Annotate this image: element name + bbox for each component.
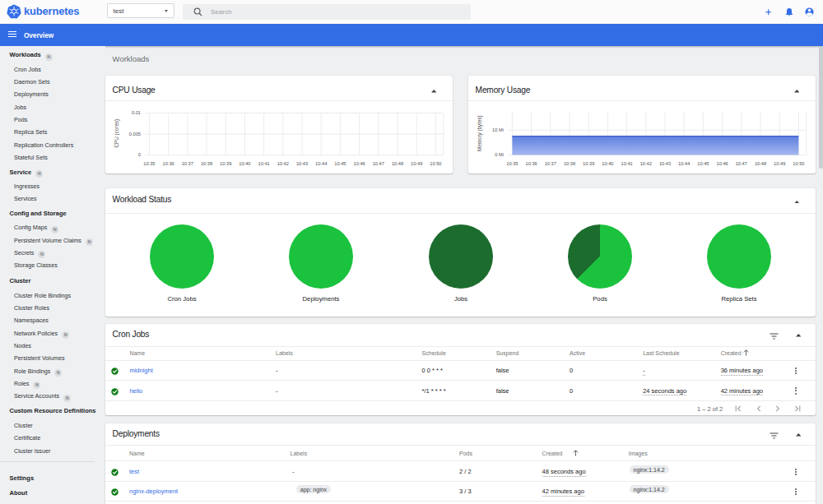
svg-text:10:35: 10:35: [143, 161, 155, 166]
svg-text:10:47: 10:47: [373, 161, 384, 166]
svg-text:10:49: 10:49: [774, 161, 785, 166]
svg-text:10:42: 10:42: [277, 161, 289, 166]
svg-text:10:39: 10:39: [583, 161, 594, 166]
svg-text:Memory (bytes): Memory (bytes): [477, 115, 483, 151]
svg-text:10:45: 10:45: [334, 161, 346, 166]
svg-text:10:38: 10:38: [564, 161, 575, 166]
svg-text:10 Mi: 10 Mi: [492, 127, 504, 132]
svg-text:10:37: 10:37: [182, 161, 193, 166]
svg-text:10:37: 10:37: [545, 161, 556, 166]
svg-text:10:47: 10:47: [736, 161, 747, 166]
svg-text:10:40: 10:40: [602, 161, 613, 166]
svg-text:10:35: 10:35: [506, 161, 518, 166]
svg-text:0.005: 0.005: [129, 132, 141, 136]
svg-text:10:45: 10:45: [697, 161, 709, 166]
svg-text:0 Mi: 0 Mi: [495, 152, 504, 157]
svg-text:10:36: 10:36: [525, 161, 537, 166]
svg-text:10:38: 10:38: [201, 161, 212, 166]
svg-text:10:44: 10:44: [315, 161, 327, 166]
svg-text:10:48: 10:48: [755, 161, 766, 166]
svg-text:CPU (cores): CPU (cores): [114, 119, 120, 148]
svg-text:10:42: 10:42: [640, 161, 652, 166]
svg-text:10:48: 10:48: [392, 161, 403, 166]
svg-text:10:46: 10:46: [353, 161, 365, 166]
svg-text:10:41: 10:41: [621, 161, 632, 166]
svg-text:10:41: 10:41: [258, 161, 269, 166]
svg-text:10:49: 10:49: [411, 161, 422, 166]
svg-text:0: 0: [138, 152, 141, 157]
svg-text:10:50: 10:50: [430, 161, 441, 166]
svg-text:10:40: 10:40: [239, 161, 250, 166]
svg-text:10:43: 10:43: [296, 161, 308, 166]
svg-text:10:43: 10:43: [659, 161, 671, 166]
svg-text:0.01: 0.01: [132, 110, 141, 115]
svg-text:10:46: 10:46: [716, 161, 728, 166]
svg-text:10:39: 10:39: [220, 161, 231, 166]
svg-text:10:44: 10:44: [678, 161, 690, 166]
svg-text:10:50: 10:50: [793, 161, 804, 166]
svg-text:10:36: 10:36: [162, 161, 174, 166]
